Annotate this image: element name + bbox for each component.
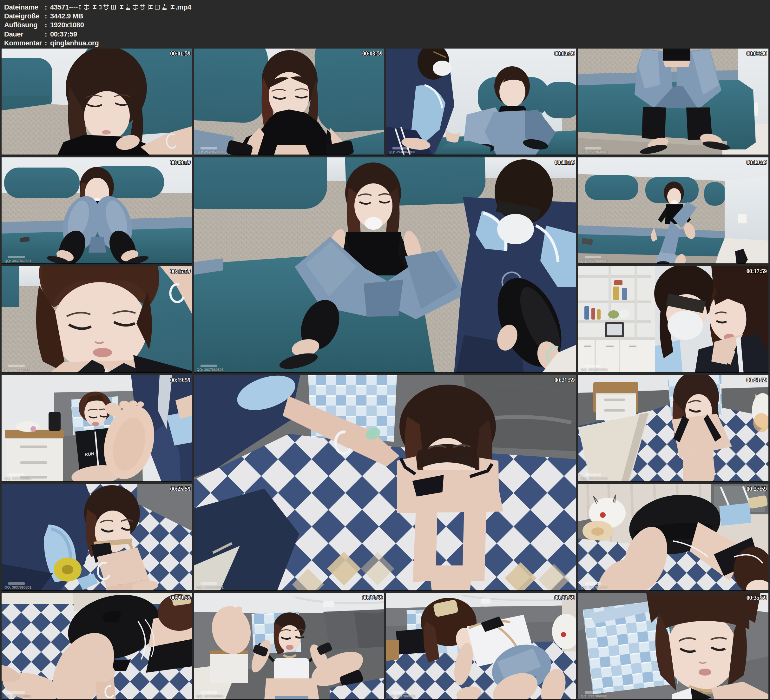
- svg-text:RUN: RUN: [84, 451, 94, 457]
